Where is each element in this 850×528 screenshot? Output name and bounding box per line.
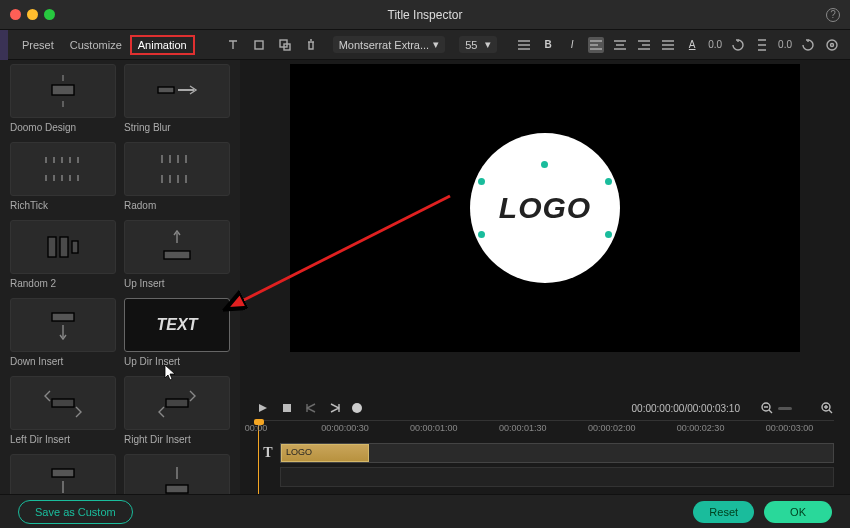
font-family-label: Montserrat Extra...: [339, 39, 429, 51]
spacing-reset-icon[interactable]: [730, 37, 746, 53]
tab-customize[interactable]: Customize: [62, 35, 130, 55]
zoom-slider[interactable]: [778, 407, 792, 410]
close-window-button[interactable]: [10, 9, 21, 20]
ok-button[interactable]: OK: [764, 501, 832, 523]
align-center-icon[interactable]: [612, 37, 628, 53]
animation-label: Right Dir Insert: [124, 434, 230, 448]
ruler-tick: 00:00:01:00: [410, 423, 458, 433]
animation-thumb[interactable]: [124, 220, 230, 274]
spacing-value[interactable]: 0.0: [708, 39, 722, 50]
next-frame-button[interactable]: [328, 401, 342, 415]
crop-tool-icon[interactable]: [251, 37, 267, 53]
transform-tool-icon[interactable]: [277, 37, 293, 53]
animation-preset[interactable]: Random 2: [10, 220, 116, 292]
animation-sidebar: Doomo DesignString BlurRichTickRadomRand…: [0, 60, 240, 494]
animation-thumb[interactable]: [10, 142, 116, 196]
animation-thumb[interactable]: [124, 142, 230, 196]
animation-label: Up Dir Insert: [124, 356, 230, 370]
animation-preset[interactable]: [124, 454, 230, 494]
indent-icon[interactable]: [516, 37, 532, 53]
animation-preset[interactable]: Down Insert: [10, 298, 116, 370]
bold-icon[interactable]: B: [540, 37, 556, 53]
zoom-in-icon[interactable]: [820, 401, 834, 415]
animation-preset[interactable]: Left Dir Insert: [10, 376, 116, 448]
track-lane[interactable]: LOGO: [280, 443, 834, 463]
animation-preset[interactable]: TEXTUp Dir Insert: [124, 298, 230, 370]
font-family-select[interactable]: Montserrat Extra... ▾: [333, 36, 445, 53]
animation-thumb[interactable]: [10, 454, 116, 494]
preview-canvas[interactable]: LOGO: [290, 64, 800, 352]
stop-button[interactable]: [280, 401, 294, 415]
zoom-out-icon[interactable]: [760, 401, 774, 415]
help-icon[interactable]: ?: [826, 8, 840, 22]
svg-rect-0: [255, 41, 263, 49]
animation-thumb[interactable]: [10, 220, 116, 274]
selection-handle[interactable]: [605, 178, 612, 185]
animation-label: Down Insert: [10, 356, 116, 370]
selection-handle[interactable]: [605, 231, 612, 238]
animation-preset[interactable]: Up Insert: [124, 220, 230, 292]
thumb-text: TEXT: [157, 316, 198, 334]
animation-label: Random 2: [10, 278, 116, 292]
play-button[interactable]: [256, 401, 270, 415]
svg-rect-13: [166, 399, 188, 407]
scrub-handle[interactable]: [352, 403, 362, 413]
logo-object[interactable]: LOGO: [470, 133, 620, 283]
animation-thumb[interactable]: [10, 64, 116, 118]
clip-label: LOGO: [286, 447, 312, 457]
align-justify-icon[interactable]: [660, 37, 676, 53]
prev-frame-button[interactable]: [304, 401, 318, 415]
footer: Save as Custom Reset OK: [0, 494, 850, 528]
delete-icon[interactable]: [303, 37, 319, 53]
svg-rect-10: [164, 251, 190, 259]
animation-label: Up Insert: [124, 278, 230, 292]
animation-thumb[interactable]: [124, 376, 230, 430]
timecode-display: 00:00:00:00/00:00:03:10: [632, 403, 740, 414]
leading-icon[interactable]: [754, 37, 770, 53]
align-left-icon[interactable]: [588, 37, 604, 53]
track-lane-empty[interactable]: [280, 467, 834, 487]
ruler-tick: 00:00:01:30: [499, 423, 547, 433]
animation-preset[interactable]: RichTick: [10, 142, 116, 214]
animation-thumb[interactable]: [124, 64, 230, 118]
leading-value[interactable]: 0.0: [778, 39, 792, 50]
minimize-window-button[interactable]: [27, 9, 38, 20]
font-size-value: 55: [465, 39, 477, 51]
ruler-tick: 00:00:02:30: [677, 423, 725, 433]
text-style-icon[interactable]: A: [684, 37, 700, 53]
animation-preset[interactable]: Right Dir Insert: [124, 376, 230, 448]
selection-handle[interactable]: [478, 178, 485, 185]
text-tool-icon[interactable]: [225, 37, 241, 53]
animation-thumb[interactable]: [10, 298, 116, 352]
ruler-tick: 00:00:00:30: [321, 423, 369, 433]
tab-animation[interactable]: Animation: [130, 35, 195, 55]
font-size-select[interactable]: 55 ▾: [459, 36, 497, 53]
animation-preset[interactable]: Doomo Design: [10, 64, 116, 136]
save-as-custom-button[interactable]: Save as Custom: [18, 500, 133, 524]
animation-preset[interactable]: Radom: [124, 142, 230, 214]
reset-button[interactable]: Reset: [693, 501, 754, 523]
leading-reset-icon[interactable]: [800, 37, 816, 53]
svg-rect-11: [52, 313, 74, 321]
scrub-bar[interactable]: [352, 405, 552, 411]
titlebar: Title Inspector ?: [0, 0, 850, 30]
animation-preset[interactable]: String Blur: [124, 64, 230, 136]
animation-preset[interactable]: [10, 454, 116, 494]
settings-icon[interactable]: [824, 37, 840, 53]
selection-handle[interactable]: [541, 161, 548, 168]
text-track-icon: T: [256, 445, 280, 461]
svg-rect-7: [48, 237, 56, 257]
tab-preset[interactable]: Preset: [14, 35, 62, 55]
animation-thumb[interactable]: [124, 454, 230, 494]
selection-handle[interactable]: [478, 231, 485, 238]
title-clip[interactable]: LOGO: [281, 444, 369, 462]
animation-thumb[interactable]: [10, 376, 116, 430]
align-right-icon[interactable]: [636, 37, 652, 53]
maximize-window-button[interactable]: [44, 9, 55, 20]
animation-thumb[interactable]: TEXT: [124, 298, 230, 352]
logo-text: LOGO: [499, 191, 591, 225]
timeline-ruler[interactable]: 00:0000:00:00:3000:00:01:0000:00:01:3000…: [256, 420, 834, 440]
italic-icon[interactable]: I: [564, 37, 580, 53]
window-title: Title Inspector: [388, 8, 463, 22]
svg-rect-6: [158, 87, 174, 93]
